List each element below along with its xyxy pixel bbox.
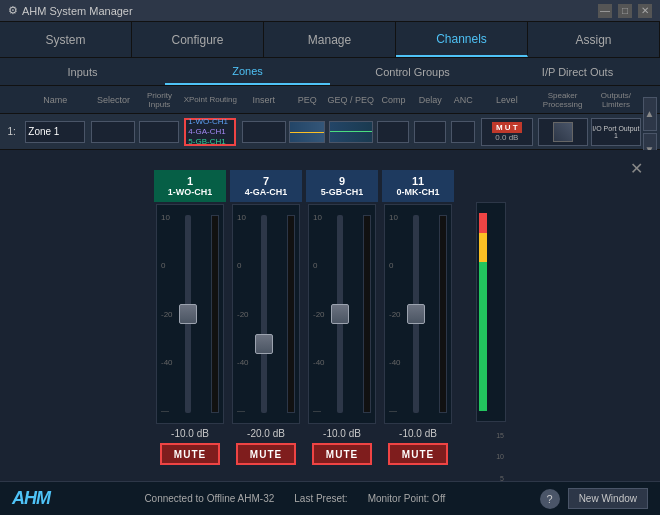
strip-9-db: -10.0 dB xyxy=(323,428,361,439)
strip-1-num: 1 xyxy=(187,175,193,187)
strip-1-meter xyxy=(211,215,219,413)
col-header-comp: Comp xyxy=(375,95,412,105)
status-right: ? New Window xyxy=(540,488,648,509)
strip-11-meter xyxy=(439,215,447,413)
table-row: 1: 1-WO-CH1 4-GA-CH1 5-GB-CH1 M U T 0.0 … xyxy=(0,114,660,150)
tab-manage[interactable]: Manage xyxy=(264,22,396,57)
peq-cell[interactable] xyxy=(288,121,327,143)
tab-assign[interactable]: Assign xyxy=(528,22,660,57)
strip-11-db: -10.0 dB xyxy=(399,428,437,439)
col-header-delay: Delay xyxy=(412,95,449,105)
strip-11-body: 10 0 -20 -40 — xyxy=(384,204,452,424)
maximize-button[interactable]: □ xyxy=(618,4,632,18)
strip-11-header: 11 0-MK-CH1 xyxy=(382,170,454,202)
strip-1-fader[interactable] xyxy=(179,304,197,324)
channel-strip-7: 7 4-GA-CH1 10 0 -20 -40 — xyxy=(230,170,302,465)
strip-11-scale: 10 0 -20 -40 — xyxy=(389,213,409,415)
master-meter-bar xyxy=(479,213,487,411)
strip-7-db: -20.0 dB xyxy=(247,428,285,439)
strip-1-body: 10 0 -20 -40 — xyxy=(156,204,224,424)
main-nav: System Configure Manage Channels Assign xyxy=(0,22,660,58)
delay-cell xyxy=(412,121,449,143)
col-header-insert: Insert xyxy=(239,95,287,105)
channel-strips-container: 1 1-WO-CH1 10 0 -20 -40 — xyxy=(154,170,454,465)
close-window-button[interactable]: ✕ xyxy=(638,4,652,18)
insert-cell xyxy=(239,121,287,143)
channel-strip-1: 1 1-WO-CH1 10 0 -20 -40 — xyxy=(154,170,226,465)
subtab-control-groups[interactable]: Control Groups xyxy=(330,58,495,85)
window-controls: — □ ✕ xyxy=(598,4,652,18)
status-info: Connected to Offline AHM-32 Last Preset:… xyxy=(144,493,445,504)
zone-number: 1: xyxy=(2,126,21,137)
strip-1-db: -10.0 dB xyxy=(171,428,209,439)
app-icon: ⚙ xyxy=(8,4,18,17)
strip-9-num: 9 xyxy=(339,175,345,187)
col-header-selector: Selector xyxy=(89,95,137,105)
sub-nav: Inputs Zones Control Groups I/P Direct O… xyxy=(0,58,660,86)
selector-cell xyxy=(89,121,137,143)
strip-9-fader-track xyxy=(337,215,343,413)
monitor-point: Monitor Point: Off xyxy=(368,493,446,504)
strip-9-mute[interactable]: MUTE xyxy=(312,443,372,465)
new-window-button[interactable]: New Window xyxy=(568,488,648,509)
strip-1-header: 1 1-WO-CH1 xyxy=(154,170,226,202)
strip-9-scale: 10 0 -20 -40 — xyxy=(313,213,333,415)
strip-9-header: 9 5-GB-CH1 xyxy=(306,170,378,202)
col-header-priority: Priority Inputs xyxy=(138,91,182,109)
last-preset-label: Last Preset: xyxy=(294,493,347,504)
subtab-inputs[interactable]: Inputs xyxy=(0,58,165,85)
channel-strip-11: 11 0-MK-CH1 10 0 -20 -40 — xyxy=(382,170,454,465)
strip-11-fader[interactable] xyxy=(407,304,425,324)
zone-name-input[interactable] xyxy=(25,121,85,143)
comp-cell xyxy=(375,121,412,143)
col-header-peq: PEQ xyxy=(288,95,327,105)
col-header-outputs: Outputs/ Limiters xyxy=(589,91,642,109)
strip-9-meter xyxy=(363,215,371,413)
tab-configure[interactable]: Configure xyxy=(132,22,264,57)
strip-7-body: 10 0 -20 -40 — xyxy=(232,204,300,424)
minimize-button[interactable]: — xyxy=(598,4,612,18)
subtab-ip-direct-outs[interactable]: I/P Direct Outs xyxy=(495,58,660,85)
strip-11-num: 11 xyxy=(412,175,424,187)
channel-strip-9: 9 5-GB-CH1 10 0 -20 -40 — xyxy=(306,170,378,465)
strip-11-name: 0-MK-CH1 xyxy=(396,187,439,197)
strip-7-fader[interactable] xyxy=(255,334,273,354)
geq-cell[interactable] xyxy=(327,121,375,143)
speaker-cell xyxy=(536,118,589,146)
scroll-up-btn[interactable]: ▲ xyxy=(643,97,657,131)
col-header-xpoint: XPoint Routing xyxy=(181,95,239,104)
table-header: Name Selector Priority Inputs XPoint Rou… xyxy=(0,86,660,114)
close-mixer-button[interactable]: ✕ xyxy=(626,158,646,178)
mixer-area: ✕ 1 1-WO-CH1 10 0 -20 -40 — xyxy=(0,150,660,515)
strip-9-body: 10 0 -20 -40 — xyxy=(308,204,376,424)
col-header-geq: GEQ / PEQ xyxy=(327,95,375,105)
tab-channels[interactable]: Channels xyxy=(396,22,528,57)
strip-1-name: 1-WO-CH1 xyxy=(168,187,213,197)
strip-7-mute[interactable]: MUTE xyxy=(236,443,296,465)
strip-1-scale: 10 0 -20 -40 — xyxy=(161,213,181,415)
strip-1-mute[interactable]: MUTE xyxy=(160,443,220,465)
xpoint-cell[interactable]: 1-WO-CH1 4-GA-CH1 5-GB-CH1 xyxy=(181,118,239,146)
app-title: ⚙ AHM System Manager xyxy=(8,4,133,17)
col-header-level: Level xyxy=(478,95,536,105)
strip-1-fader-track xyxy=(185,215,191,413)
tab-system[interactable]: System xyxy=(0,22,132,57)
outputs-cell[interactable]: I/O Port Output 1 xyxy=(589,118,642,146)
strip-11-mute[interactable]: MUTE xyxy=(388,443,448,465)
strip-7-header: 7 4-GA-CH1 xyxy=(230,170,302,202)
anc-cell xyxy=(449,121,478,143)
strip-9-fader[interactable] xyxy=(331,304,349,324)
level-cell[interactable]: M U T 0.0 dB xyxy=(478,118,536,146)
connection-status: Connected to Offline AHM-32 xyxy=(144,493,274,504)
strip-7-scale: 10 0 -20 -40 — xyxy=(237,213,257,415)
priority-cell xyxy=(138,121,182,143)
titlebar: ⚙ AHM System Manager — □ ✕ xyxy=(0,0,660,22)
help-button[interactable]: ? xyxy=(540,489,560,509)
strip-9-name: 5-GB-CH1 xyxy=(321,187,364,197)
col-header-anc: ANC xyxy=(449,95,478,105)
master-meter xyxy=(476,202,506,422)
strip-7-meter xyxy=(287,215,295,413)
zone-name-cell xyxy=(21,121,89,143)
strip-7-fader-track xyxy=(261,215,267,413)
subtab-zones[interactable]: Zones xyxy=(165,58,330,85)
